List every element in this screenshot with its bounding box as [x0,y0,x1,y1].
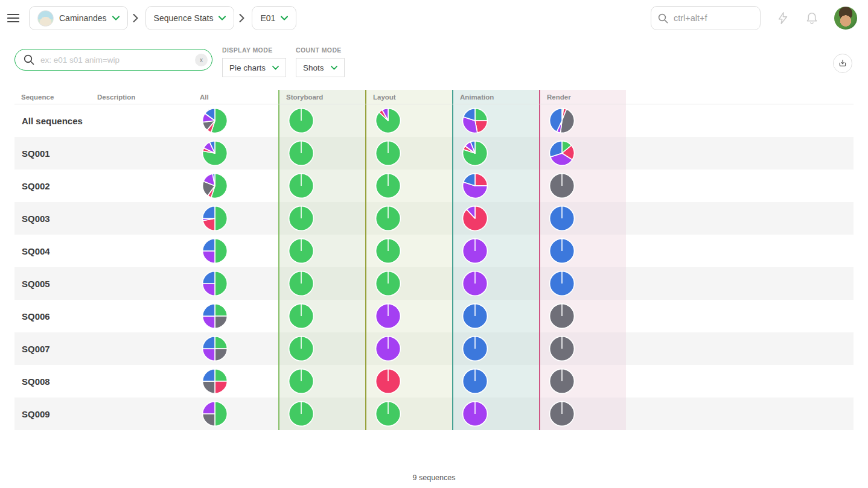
status-pie-chart [202,173,228,199]
all-pie-cell [193,137,278,170]
status-pie-chart [462,205,488,232]
layout-pie-cell [365,365,452,398]
sequence-description [91,398,193,430]
table-row: SQ009 [14,398,854,430]
render-pie-cell [539,137,626,170]
status-pie-chart [375,303,401,329]
animation-pie-cell [452,170,539,202]
notification-bell-icon[interactable] [805,11,819,25]
count-mode-value: Shots [303,63,324,72]
layout-pie-cell [365,332,452,365]
sequence-name: SQ003 [14,202,91,235]
topbar: Caminandes Sequence Stats E01 [0,0,868,36]
status-pie-chart [202,303,228,329]
sequence-description [91,104,193,137]
animation-pie-cell [452,267,539,300]
hamburger-menu-icon[interactable] [0,0,27,36]
production-name: Caminandes [59,13,107,23]
all-pie-cell [193,267,278,300]
status-pie-chart [375,140,401,166]
row-filler [626,300,854,332]
sequence-name: SQ009 [14,398,91,430]
storyboard-pie-cell [278,137,365,170]
status-pie-chart [202,238,228,264]
search-icon [24,54,34,65]
chevron-down-icon [281,16,288,21]
production-selector[interactable]: Caminandes [29,6,128,30]
animation-pie-cell [452,137,539,170]
status-pie-chart [375,205,401,232]
render-pie-cell [539,398,626,430]
status-pie-chart [375,401,401,427]
chevron-down-icon [331,66,337,70]
render-pie-cell [539,332,626,365]
display-mode-select[interactable]: Pie charts [222,58,286,77]
global-search-input[interactable] [674,13,746,23]
status-pie-chart [549,140,575,166]
display-mode-value: Pie charts [229,63,266,72]
status-pie-chart [202,107,228,134]
render-pie-cell [539,300,626,332]
status-pie-chart [462,303,488,329]
count-mode-label: COUNT MODE [296,46,345,54]
status-pie-chart [202,270,228,297]
status-pie-chart [288,238,314,264]
render-pie-cell [539,202,626,235]
row-filler [626,170,854,202]
all-pie-cell [193,235,278,267]
sequence-stats-table: Sequence Description All Storyboard Layo… [14,90,854,430]
status-pie-chart [288,335,314,362]
status-pie-chart [549,173,575,199]
sequence-name: SQ004 [14,235,91,267]
animation-pie-cell [452,235,539,267]
page-selector[interactable]: Sequence Stats [145,6,235,30]
status-pie-chart [462,335,488,362]
status-pie-chart [375,173,401,199]
episode-selector[interactable]: E01 [252,6,296,30]
animation-pie-cell [452,104,539,137]
display-mode-group: DISPLAY MODE Pie charts [222,46,286,77]
table-row: SQ007 [14,332,854,365]
layout-pie-cell [365,300,452,332]
layout-pie-cell [365,137,452,170]
row-filler [626,202,854,235]
sequence-description [91,267,193,300]
timesheet-flash-icon[interactable] [776,11,790,25]
sequence-name: SQ001 [14,137,91,170]
storyboard-pie-cell [278,300,365,332]
sequence-description [91,170,193,202]
column-header-all: All [193,90,278,104]
column-header-render: Render [539,90,626,104]
sequence-filter-input[interactable] [40,55,189,65]
table-header: Sequence Description All Storyboard Layo… [14,90,854,104]
column-header-layout: Layout [365,90,452,104]
storyboard-pie-cell [278,235,365,267]
all-pie-cell [193,398,278,430]
chevron-down-icon [272,66,279,70]
sequence-filter-search[interactable]: x [14,49,212,71]
global-search[interactable] [651,6,761,30]
status-pie-chart [462,238,488,264]
column-header-filler [626,90,854,104]
breadcrumb-separator-icon [239,14,244,22]
search-icon [658,13,668,24]
table-row: SQ006 [14,300,854,332]
count-mode-select[interactable]: Shots [296,58,345,77]
status-pie-chart [375,368,401,395]
user-avatar[interactable] [834,7,857,30]
storyboard-pie-cell [278,267,365,300]
chevron-down-icon [112,16,120,21]
sequence-name: SQ008 [14,365,91,398]
sequence-description [91,235,193,267]
status-pie-chart [462,107,488,134]
status-pie-chart [462,368,488,395]
clear-search-button[interactable]: x [195,54,208,66]
status-pie-chart [288,173,314,199]
layout-pie-cell [365,170,452,202]
row-filler [626,235,854,267]
status-pie-chart [288,140,314,166]
export-csv-button[interactable] [833,54,852,73]
animation-pie-cell [452,398,539,430]
row-filler [626,365,854,398]
sequence-name: All sequences [14,104,91,137]
